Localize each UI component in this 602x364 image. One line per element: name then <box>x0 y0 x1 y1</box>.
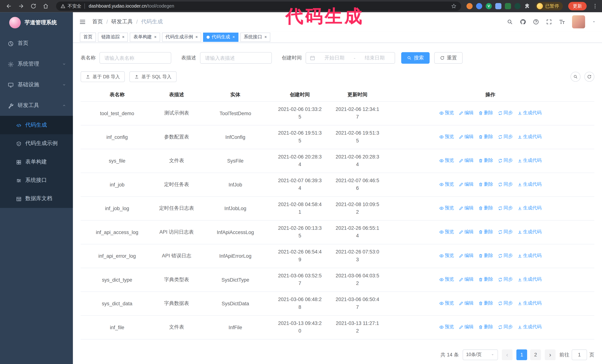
tab-2[interactable]: 表单构建× <box>130 32 160 42</box>
github-icon[interactable] <box>520 19 526 25</box>
preview-link[interactable]: 预览 <box>439 324 454 330</box>
extension-icon[interactable] <box>495 3 501 9</box>
search-button[interactable]: 搜索 <box>401 52 430 64</box>
header-search-icon[interactable] <box>507 19 513 25</box>
delete-link[interactable]: 删除 <box>478 205 493 211</box>
browser-menu-icon[interactable] <box>592 3 598 9</box>
tab-3[interactable]: 代码生成示例× <box>162 32 201 42</box>
close-icon[interactable]: × <box>122 35 124 39</box>
refresh-table-button[interactable] <box>584 72 594 82</box>
generate-code-link[interactable]: 生成代码 <box>517 229 542 235</box>
preview-link[interactable]: 预览 <box>439 110 454 116</box>
bookmark-star-icon[interactable] <box>451 3 456 9</box>
date-range-picker[interactable]: 开始日期 - 结束日期 <box>306 52 395 64</box>
edit-link[interactable]: 编辑 <box>459 157 474 164</box>
sidebar-item-2[interactable]: 基础设施 <box>0 74 73 95</box>
preview-link[interactable]: 预览 <box>439 181 454 187</box>
close-icon[interactable]: × <box>154 35 157 39</box>
end-date-placeholder[interactable]: 结束日期 <box>358 54 391 61</box>
table-desc-input[interactable] <box>200 52 272 64</box>
sync-link[interactable]: 同步 <box>498 229 513 235</box>
sync-link[interactable]: 同步 <box>498 157 513 164</box>
generate-code-link[interactable]: 生成代码 <box>517 252 542 259</box>
sidebar-subitem-4[interactable]: 数据库文档 <box>0 189 73 208</box>
delete-link[interactable]: 删除 <box>478 134 493 140</box>
avatar-caret-icon[interactable] <box>592 20 596 24</box>
sidebar-subitem-1[interactable]: 代码生成示例 <box>0 134 73 153</box>
close-icon[interactable]: × <box>195 35 198 39</box>
sidebar-item-3[interactable]: 研发工具 <box>0 95 73 116</box>
reload-button[interactable] <box>28 1 38 11</box>
sidebar-subitem-0[interactable]: 代码生成 <box>0 116 73 134</box>
generate-code-link[interactable]: 生成代码 <box>517 134 542 140</box>
sync-link[interactable]: 同步 <box>498 134 513 140</box>
update-button[interactable]: 更新 <box>568 2 587 10</box>
puzzle-icon[interactable] <box>524 3 530 9</box>
delete-link[interactable]: 删除 <box>478 181 493 187</box>
preview-link[interactable]: 预览 <box>439 300 454 307</box>
home-button[interactable] <box>41 1 51 11</box>
page-button-2[interactable]: 2 <box>530 349 541 360</box>
extension-icon[interactable] <box>476 3 482 9</box>
extension-icon[interactable] <box>514 3 520 9</box>
sidebar-item-1[interactable]: 系统管理 <box>0 54 73 74</box>
help-icon[interactable] <box>533 19 539 25</box>
close-icon[interactable]: × <box>265 35 267 39</box>
next-page-button[interactable]: › <box>545 349 556 360</box>
sync-link[interactable]: 同步 <box>498 252 513 259</box>
edit-link[interactable]: 编辑 <box>459 229 474 235</box>
generate-code-link[interactable]: 生成代码 <box>517 205 542 211</box>
font-size-icon[interactable] <box>559 19 565 25</box>
tab-0[interactable]: 首页 <box>80 32 96 42</box>
back-button[interactable] <box>4 1 14 11</box>
preview-link[interactable]: 预览 <box>439 205 454 211</box>
sync-link[interactable]: 同步 <box>498 181 513 187</box>
prev-page-button[interactable]: ‹ <box>502 349 513 360</box>
toggle-search-button[interactable] <box>570 72 580 82</box>
close-icon[interactable]: × <box>232 35 235 39</box>
page-button-1[interactable]: 1 <box>516 349 527 360</box>
breadcrumb-home[interactable]: 首页 <box>92 18 103 25</box>
sidebar-subitem-2[interactable]: 表单构建 <box>0 153 73 171</box>
extension-icon[interactable] <box>505 3 511 9</box>
generate-code-link[interactable]: 生成代码 <box>517 324 542 330</box>
tab-5[interactable]: 系统接口× <box>240 32 270 42</box>
edit-link[interactable]: 编辑 <box>459 276 474 283</box>
generate-code-link[interactable]: 生成代码 <box>517 276 542 283</box>
delete-link[interactable]: 删除 <box>478 276 493 283</box>
generate-code-link[interactable]: 生成代码 <box>517 110 542 116</box>
sync-link[interactable]: 同步 <box>498 205 513 211</box>
user-avatar[interactable] <box>572 15 585 28</box>
delete-link[interactable]: 删除 <box>478 110 493 116</box>
sync-link[interactable]: 同步 <box>498 300 513 307</box>
delete-link[interactable]: 删除 <box>478 300 493 307</box>
delete-link[interactable]: 删除 <box>478 157 493 164</box>
import-sql-button[interactable]: 基于 SQL 导入 <box>129 71 176 82</box>
reset-button[interactable]: 重置 <box>434 52 462 64</box>
start-date-placeholder[interactable]: 开始日期 <box>318 54 351 61</box>
profile-chip[interactable]: 已暂停 <box>536 2 563 10</box>
delete-link[interactable]: 删除 <box>478 229 493 235</box>
forward-button[interactable] <box>16 1 26 11</box>
preview-link[interactable]: 预览 <box>439 276 454 283</box>
generate-code-link[interactable]: 生成代码 <box>517 157 542 164</box>
edit-link[interactable]: 编辑 <box>459 110 474 116</box>
sync-link[interactable]: 同步 <box>498 276 513 283</box>
edit-link[interactable]: 编辑 <box>459 324 474 330</box>
page-size-select[interactable]: 10条/页 <box>463 349 498 360</box>
delete-link[interactable]: 删除 <box>478 252 493 259</box>
delete-link[interactable]: 删除 <box>478 324 493 330</box>
edit-link[interactable]: 编辑 <box>459 205 474 211</box>
fullscreen-icon[interactable] <box>546 19 552 25</box>
edit-link[interactable]: 编辑 <box>459 181 474 187</box>
preview-link[interactable]: 预览 <box>439 134 454 140</box>
generate-code-link[interactable]: 生成代码 <box>517 181 542 187</box>
extension-icon[interactable] <box>466 3 473 9</box>
hamburger-icon[interactable] <box>79 18 86 25</box>
table-name-input[interactable] <box>99 52 171 64</box>
import-db-button[interactable]: 基于 DB 导入 <box>81 71 125 82</box>
edit-link[interactable]: 编辑 <box>459 134 474 140</box>
preview-link[interactable]: 预览 <box>439 252 454 259</box>
goto-page-input[interactable] <box>572 349 587 360</box>
preview-link[interactable]: 预览 <box>439 157 454 164</box>
